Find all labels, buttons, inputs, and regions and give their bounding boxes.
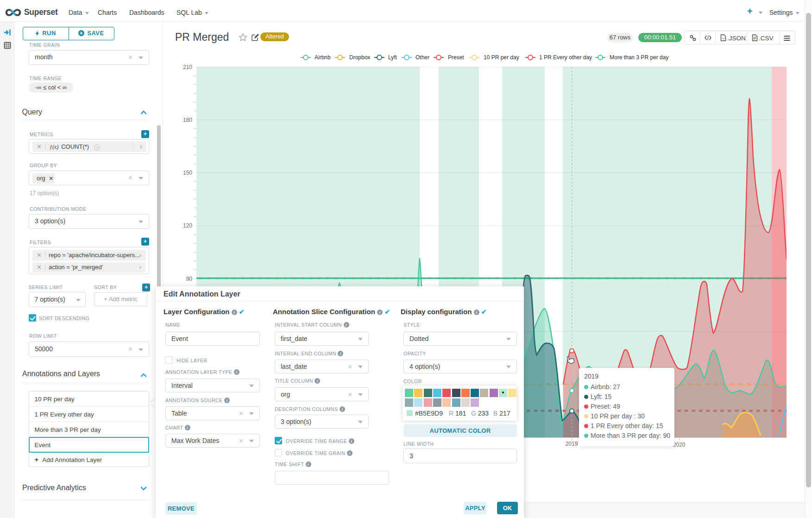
svg-text:2019: 2019 [566, 441, 578, 447]
svg-text:2020: 2020 [673, 442, 686, 448]
svg-text:180: 180 [183, 117, 192, 123]
svg-text:More than 3 PR per day: More than 3 PR per day [610, 54, 668, 61]
svg-text:Airbnb: Airbnb [315, 54, 331, 61]
svg-text:120: 120 [183, 222, 192, 229]
svg-text:210: 210 [183, 64, 192, 70]
svg-text:1 PR Every other day: 1 PR Every other day [539, 54, 592, 61]
svg-text:10 PR per day: 10 PR per day [484, 54, 519, 61]
svg-text:Dropbox: Dropbox [349, 54, 370, 61]
svg-text:Lyft: Lyft [388, 54, 397, 61]
svg-text:Other: Other [415, 54, 429, 61]
svg-text:150: 150 [183, 170, 192, 176]
svg-text:Preset: Preset [448, 54, 464, 61]
svg-text:90: 90 [186, 276, 193, 282]
svg-text:</>: </> [722, 37, 726, 40]
